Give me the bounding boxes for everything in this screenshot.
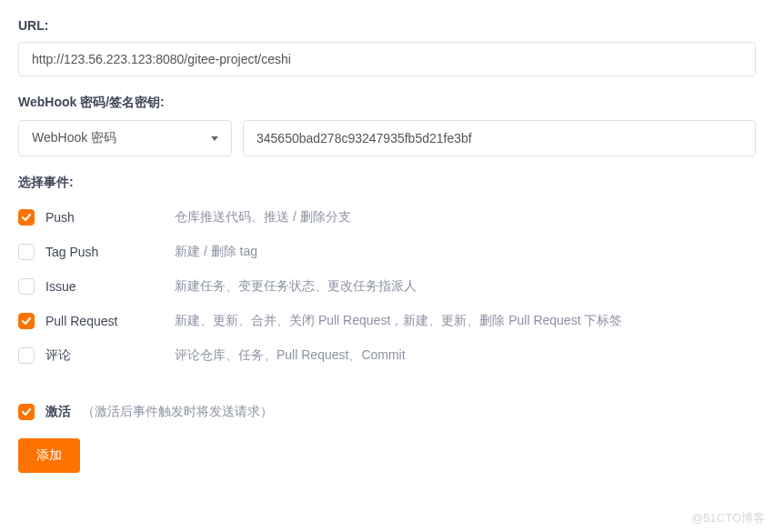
events-label: 选择事件: bbox=[18, 175, 756, 191]
activate-hint: （激活后事件触发时将发送请求） bbox=[82, 404, 273, 420]
event-desc: 新建任务、变更任务状态、更改任务指派人 bbox=[175, 278, 756, 295]
event-checkbox[interactable] bbox=[18, 244, 35, 260]
url-label: URL: bbox=[18, 18, 756, 33]
event-desc: 仓库推送代码、推送 / 删除分支 bbox=[175, 209, 756, 226]
event-desc: 评论仓库、任务、Pull Request、Commit bbox=[175, 347, 756, 364]
event-name: Tag Push bbox=[45, 245, 164, 259]
event-checkbox[interactable] bbox=[18, 347, 35, 364]
event-row: Tag Push新建 / 删除 tag bbox=[18, 235, 756, 269]
event-row: Push仓库推送代码、推送 / 删除分支 bbox=[18, 200, 756, 235]
event-name: Push bbox=[45, 210, 164, 225]
secret-value-input[interactable] bbox=[243, 120, 756, 156]
event-checkbox[interactable] bbox=[18, 313, 35, 329]
activate-label: 激活 bbox=[45, 404, 71, 420]
chevron-down-icon bbox=[211, 136, 218, 141]
event-desc: 新建 / 删除 tag bbox=[175, 244, 756, 260]
event-checkbox[interactable] bbox=[18, 278, 35, 295]
activate-checkbox[interactable] bbox=[18, 404, 35, 420]
event-name: 评论 bbox=[45, 347, 164, 364]
event-row: Issue新建任务、变更任务状态、更改任务指派人 bbox=[18, 269, 756, 304]
events-list: Push仓库推送代码、推送 / 删除分支Tag Push新建 / 删除 tagI… bbox=[18, 200, 756, 373]
event-name: Issue bbox=[45, 279, 164, 294]
secret-label: WebHook 密码/签名密钥: bbox=[18, 95, 756, 111]
event-row: 评论评论仓库、任务、Pull Request、Commit bbox=[18, 338, 756, 373]
event-desc: 新建、更新、合并、关闭 Pull Request，新建、更新、删除 Pull R… bbox=[175, 313, 756, 329]
secret-type-select[interactable]: WebHook 密码 bbox=[18, 120, 232, 156]
event-name: Pull Request bbox=[45, 314, 164, 328]
url-input[interactable] bbox=[18, 42, 756, 76]
secret-type-selected: WebHook 密码 bbox=[32, 130, 116, 146]
event-checkbox[interactable] bbox=[18, 209, 35, 226]
event-row: Pull Request新建、更新、合并、关闭 Pull Request，新建、… bbox=[18, 304, 756, 338]
submit-button[interactable]: 添加 bbox=[18, 438, 80, 473]
